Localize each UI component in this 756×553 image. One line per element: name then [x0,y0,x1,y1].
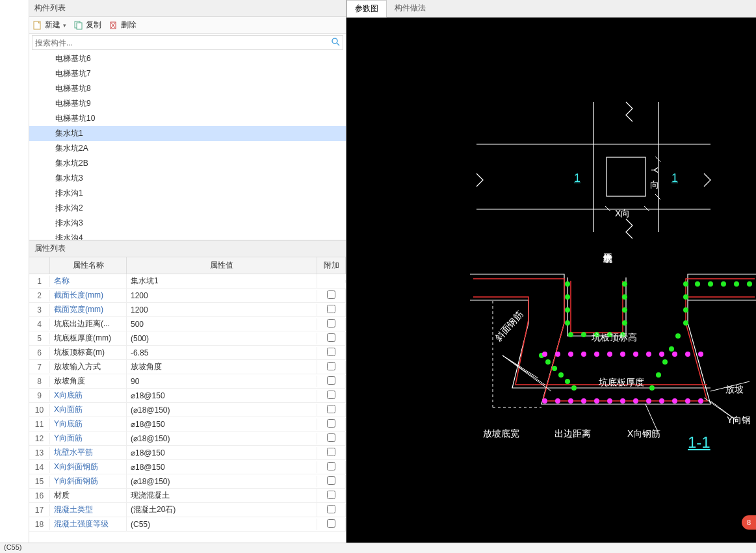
property-row[interactable]: 9X向底筋⌀18@150 [29,389,346,403]
tree-item[interactable]: 电梯基坑8 [29,81,346,96]
tree-item[interactable]: 集水坑1 [29,126,346,141]
svg-point-55 [568,398,573,404]
tree-item[interactable]: 排水沟1 [29,186,346,201]
svg-point-52 [555,352,560,357]
svg-point-31 [545,359,551,365]
tab-component-method[interactable]: 构件做法 [387,0,434,17]
addon-checkbox[interactable] [327,448,335,456]
svg-line-13 [605,206,610,211]
property-row[interactable]: 14X向斜面钢筋⌀18@150 [29,460,346,474]
addon-checkbox[interactable] [327,505,335,513]
addon-checkbox[interactable] [327,462,335,470]
svg-point-48 [734,281,739,287]
property-row[interactable]: 1名称集水坑1 [29,274,346,289]
property-row[interactable]: 18混凝土强度等级(C55) [29,517,346,532]
tree-item[interactable]: 集水坑2A [29,141,346,156]
addon-checkbox[interactable] [327,519,335,528]
addon-checkbox[interactable] [327,333,335,342]
svg-point-62 [620,352,625,357]
svg-point-45 [695,281,700,287]
svg-point-59 [594,398,599,404]
cad-viewport[interactable]: 1 1 X向 Y向 坑壁水平筋 坑板顶标高 斜面钢筋 坑底板厚度 放坡 Y向钢 … [346,18,756,543]
svg-point-73 [685,398,690,404]
property-row[interactable]: 10X向面筋(⌀18@150) [29,403,346,417]
addon-checkbox[interactable] [327,476,335,485]
search-row [32,35,343,50]
svg-point-38 [683,307,688,313]
svg-rect-12 [606,157,645,196]
property-row[interactable]: 8放坡角度90 [29,374,346,389]
tree-item[interactable]: 电梯基坑10 [29,111,346,126]
tree-item[interactable]: 排水沟4 [29,231,346,240]
delete-button[interactable]: 删除 [109,19,137,31]
search-icon[interactable] [331,37,340,48]
new-button[interactable]: 新建 ▾ [33,19,66,31]
property-row[interactable]: 5坑底板厚度(mm)(500) [29,331,346,346]
slope-out-label: 放坡 [725,384,744,396]
property-row[interactable]: 12Y向面筋(⌀18@150) [29,431,346,446]
addon-checkbox[interactable] [327,319,335,328]
property-row[interactable]: 6坑板顶标高(m)-6.85 [29,346,346,360]
property-row[interactable]: 15Y向斜面钢筋(⌀18@150) [29,474,346,489]
property-row[interactable]: 3截面宽度(mm)1200 [29,303,346,317]
property-row[interactable]: 17混凝土类型(混凝土20石) [29,503,346,517]
tree-item[interactable]: 电梯基坑9 [29,96,346,111]
svg-point-67 [646,398,651,404]
addon-checkbox[interactable] [327,362,335,370]
svg-point-19 [565,307,570,313]
property-body[interactable]: 1名称集水坑12截面长度(mm)12003截面宽度(mm)12004坑底出边距离… [29,274,346,543]
svg-point-36 [683,281,688,287]
property-row[interactable]: 16材质现浇混凝土 [29,489,346,503]
left-gutter [0,0,29,543]
addon-checkbox[interactable] [327,433,335,442]
tree-item[interactable]: 集水坑2B [29,156,346,171]
addon-checkbox[interactable] [327,419,335,428]
tab-param-diagram[interactable]: 参数图 [346,0,387,18]
property-row[interactable]: 13坑壁水平筋⌀18@150 [29,446,346,460]
copy-icon [74,21,83,30]
svg-point-53 [555,398,560,404]
component-toolbar: 新建 ▾ 复制 删除 [29,17,346,34]
addon-checkbox[interactable] [327,391,335,399]
property-row[interactable]: 2截面长度(mm)1200 [29,289,346,303]
addon-checkbox[interactable] [327,405,335,413]
svg-point-39 [683,320,688,326]
svg-point-33 [558,372,564,378]
property-header: 属性名称 属性值 附加 [29,257,346,274]
property-row[interactable]: 11Y向底筋⌀18@150 [29,417,346,431]
tree-item[interactable]: 集水坑3 [29,171,346,186]
svg-point-64 [633,352,638,357]
component-tree[interactable]: 电梯基坑6电梯基坑7电梯基坑8电梯基坑9电梯基坑10集水坑1集水坑2A集水坑2B… [29,51,346,240]
addon-checkbox[interactable] [327,305,335,313]
tree-item[interactable]: 排水沟3 [29,216,346,231]
section-mark-right: 1 [671,172,678,185]
svg-point-6 [332,38,337,44]
svg-point-44 [649,385,655,391]
tree-item[interactable]: 排水沟2 [29,201,346,216]
svg-point-61 [607,398,612,404]
svg-point-46 [708,281,713,287]
board-top-elev-label: 坑板顶标高 [592,332,637,344]
notification-badge[interactable]: 8 [742,515,756,530]
tree-item[interactable]: 电梯基坑7 [29,66,346,81]
addon-checkbox[interactable] [327,376,335,385]
delete-icon [109,21,118,30]
addon-checkbox[interactable] [327,290,335,299]
tree-item[interactable]: 电梯基坑6 [29,51,346,66]
svg-point-28 [622,294,627,300]
new-icon [33,21,42,30]
property-row[interactable]: 7放坡输入方式放坡角度 [29,360,346,374]
addon-checkbox[interactable] [327,491,335,499]
copy-button[interactable]: 复制 [74,19,101,31]
svg-point-35 [571,385,577,391]
y-rebar-label: Y向钢 [727,415,751,426]
svg-point-51 [542,398,547,404]
svg-point-43 [656,372,661,378]
x-rebar-label: X向钢筋 [627,428,660,440]
property-row[interactable]: 4坑底出边距离(...500 [29,317,346,331]
search-input[interactable] [35,38,331,47]
section-title: 1-1 [688,433,710,452]
svg-point-72 [685,352,690,357]
svg-point-74 [698,352,703,357]
addon-checkbox[interactable] [327,348,335,356]
